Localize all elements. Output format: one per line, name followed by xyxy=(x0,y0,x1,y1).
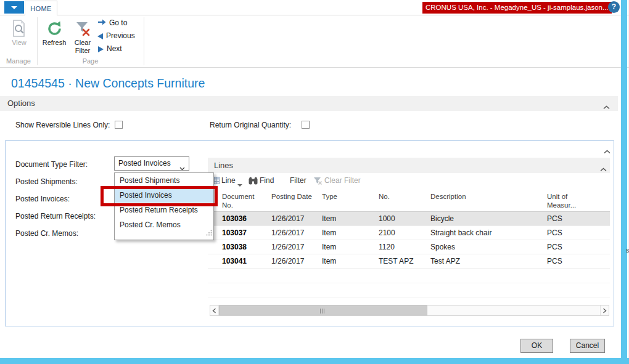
dropdown-option-posted-shipments[interactable]: Posted Shipments xyxy=(115,173,213,188)
column-header-document-no[interactable]: DocumentNo. xyxy=(222,192,254,209)
cell-type: Item xyxy=(322,226,336,240)
cell-posting-date: 1/26/2017 xyxy=(271,254,304,268)
combobox-value: Posted Invoices xyxy=(118,159,171,168)
document-type-filter-combobox[interactable]: Posted Invoices xyxy=(114,156,189,171)
view-button[interactable]: View xyxy=(5,18,33,47)
dropdown-option-posted-cr-memos[interactable]: Posted Cr. Memos xyxy=(115,217,213,232)
cell-type: Item xyxy=(322,212,336,225)
chevron-down-icon xyxy=(11,6,17,9)
cell-description: Bicycle xyxy=(430,212,454,225)
scroll-left-icon[interactable] xyxy=(210,305,219,315)
next-button[interactable]: Next xyxy=(98,44,122,54)
options-section-header: Options xyxy=(0,96,618,111)
background-window-sliver-text: s xyxy=(626,246,629,254)
column-header-description[interactable]: Description xyxy=(430,192,466,201)
cell-posting-date: 1/26/2017 xyxy=(271,226,304,240)
lines-panel: Lines Line xyxy=(208,158,610,318)
scrollbar-thumb[interactable] xyxy=(219,305,427,315)
cell-no: 1120 xyxy=(379,240,395,254)
table-row[interactable]: 103041 1/26/2017 Item TEST APZ Test APZ … xyxy=(208,254,610,269)
view-button-label: View xyxy=(5,39,33,47)
document-type-dropdown-list: Posted Shipments Posted Invoices Posted … xyxy=(114,172,214,240)
clear-filter-small-icon xyxy=(313,177,323,187)
tab-home[interactable]: HOME xyxy=(25,1,57,16)
return-original-checkbox[interactable] xyxy=(302,121,310,129)
cell-type: Item xyxy=(322,254,336,268)
application-window: HOME CRONUS USA, Inc. - Megadyne_US - ji… xyxy=(0,0,629,364)
empty-row xyxy=(208,283,610,297)
show-reversible-label: Show Reversible Lines Only: xyxy=(15,121,110,129)
cancel-button[interactable]: Cancel xyxy=(570,339,605,353)
next-arrow-icon xyxy=(98,46,104,52)
refresh-button-label: Refresh xyxy=(39,39,69,47)
tab-bar: HOME CRONUS USA, Inc. - Megadyne_US - ji… xyxy=(0,0,629,15)
window-border-right xyxy=(621,0,627,364)
cell-unit-of-measure: PCS xyxy=(547,226,562,240)
cell-no: 2100 xyxy=(379,226,395,240)
cell-unit-of-measure: PCS xyxy=(547,254,562,268)
previous-label: Previous xyxy=(106,31,135,40)
cell-no: TEST APZ xyxy=(379,254,413,268)
lines-header-label: Lines xyxy=(214,158,233,173)
clear-filter-button-label: Clear Filter xyxy=(69,39,96,55)
cell-description: Spokes xyxy=(430,240,455,254)
dropdown-option-posted-return-receipts[interactable]: Posted Return Receipts xyxy=(115,203,213,217)
group-divider xyxy=(144,17,144,65)
posted-return-receipts-label: Posted Return Receipts: xyxy=(15,212,96,220)
posted-cr-memos-label: Posted Cr. Memos: xyxy=(15,229,78,238)
collapse-chevron-icon[interactable] xyxy=(600,163,607,168)
find-button[interactable]: Find xyxy=(260,176,274,185)
clear-filter-icon xyxy=(69,18,96,39)
line-menu-caret-icon[interactable] xyxy=(237,180,242,188)
next-label: Next xyxy=(107,44,122,53)
empty-row xyxy=(208,269,610,283)
filter-button[interactable]: Filter xyxy=(290,176,306,185)
cell-description: Straight back chair xyxy=(430,226,491,240)
go-to-arrow-icon xyxy=(97,18,106,28)
page-title: 01454545 · New Concepts Furniture xyxy=(11,76,205,91)
clear-filter-toolbar-button[interactable]: Clear Filter xyxy=(324,176,361,185)
window-border-bottom xyxy=(0,358,629,364)
cell-unit-of-measure: PCS xyxy=(547,240,562,254)
refresh-button[interactable]: Refresh xyxy=(39,18,69,47)
column-header-no[interactable]: No. xyxy=(379,192,390,201)
ok-button[interactable]: OK xyxy=(520,339,553,353)
options-header-label: Options xyxy=(7,96,35,111)
previous-button[interactable]: Previous xyxy=(97,31,135,41)
horizontal-scrollbar[interactable] xyxy=(210,305,609,316)
table-row[interactable]: 103038 1/26/2017 Item 1120 Spokes PCS xyxy=(208,240,610,254)
show-reversible-checkbox[interactable] xyxy=(115,121,123,129)
company-banner: CRONUS USA, Inc. - Megadyne_US - ji-samp… xyxy=(422,2,612,14)
filter-and-lines-panel: Document Type Filter: Posted Shipments: … xyxy=(5,140,614,326)
cell-document-no: 103041 xyxy=(222,254,247,268)
go-to-button[interactable]: Go to xyxy=(97,18,127,28)
help-icon[interactable]: ? xyxy=(608,1,620,13)
dropdown-option-posted-invoices[interactable]: Posted Invoices xyxy=(115,188,213,203)
line-menu-button[interactable]: Line xyxy=(221,176,236,185)
go-to-label: Go to xyxy=(109,18,127,27)
cell-unit-of-measure: PCS xyxy=(547,212,562,225)
posted-invoices-label: Posted Invoices: xyxy=(15,195,70,203)
group-label-manage: Manage xyxy=(0,57,37,66)
cell-description: Test APZ xyxy=(430,254,460,268)
return-original-label: Return Original Quantity: xyxy=(210,121,291,129)
cell-posting-date: 1/26/2017 xyxy=(271,212,304,225)
cell-document-no: 103036 xyxy=(222,212,247,225)
application-menu-button[interactable] xyxy=(4,1,24,14)
background-window-edge xyxy=(628,0,628,358)
column-header-unit-of-measure[interactable]: Unit ofMeasur... xyxy=(547,192,576,209)
table-row[interactable]: 103037 1/26/2017 Item 2100 Straight back… xyxy=(208,226,610,240)
collapse-chevron-icon[interactable] xyxy=(603,101,610,106)
clear-filter-button[interactable]: Clear Filter xyxy=(69,18,96,55)
lines-section-header: Lines xyxy=(208,158,610,173)
ribbon: View Manage Refresh Clear Filter Page xyxy=(0,15,629,68)
document-type-filter-label: Document Type Filter: xyxy=(15,160,88,169)
collapse-chevron-icon[interactable] xyxy=(604,145,611,150)
refresh-icon xyxy=(39,18,69,39)
group-label-page: Page xyxy=(37,57,144,66)
resize-grip-icon[interactable] xyxy=(206,227,212,238)
column-header-type[interactable]: Type xyxy=(322,192,337,201)
column-header-posting-date[interactable]: Posting Date xyxy=(271,192,312,201)
scroll-right-icon[interactable] xyxy=(600,305,609,315)
table-row[interactable]: 103036 1/26/2017 Item 1000 Bicycle PCS xyxy=(208,212,610,226)
